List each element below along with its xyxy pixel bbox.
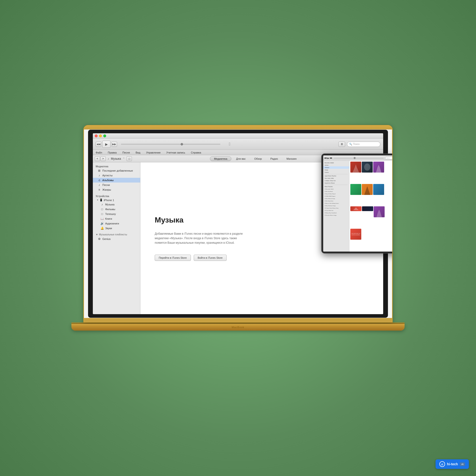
genius-label: Genius bbox=[102, 238, 111, 240]
iphone-label: iPhone 1 bbox=[104, 199, 114, 202]
search-box[interactable]: 🔍 Поиск bbox=[347, 142, 380, 147]
sidebar-item-tvshows[interactable]: □ Телешоу bbox=[93, 212, 140, 216]
playlists-section[interactable]: ▼ Музыкальные плейлисты bbox=[93, 233, 140, 237]
ipad-sidebar-playlist-gym[interactable]: ⊙ Gym Work Out bbox=[323, 209, 349, 212]
album-thumb-4[interactable] bbox=[350, 184, 361, 195]
songs-label: Песни bbox=[102, 184, 110, 186]
nav-arrows: < > bbox=[95, 156, 106, 161]
signin-store-button[interactable]: Войти в iTunes Store bbox=[194, 255, 227, 261]
sidebar-item-iphone[interactable]: ▼ 📱 iPhone 1 bbox=[93, 198, 140, 202]
sidebar-item-audiobooks[interactable]: 🔊 Аудиокниги bbox=[93, 221, 140, 226]
ipad-sidebar-playlist-2000s[interactable]: ⊙ 2000s R&B Singers bbox=[323, 195, 349, 197]
recently-added-label: Последние добавленные bbox=[102, 169, 133, 172]
minimize-button[interactable] bbox=[99, 135, 102, 137]
album-art-3 bbox=[373, 162, 384, 172]
content-buttons: Перейти в iTunes Store Войти в iTunes St… bbox=[155, 255, 227, 261]
ipad-sidebar-playlist1[interactable]: New Artist: Indie bbox=[323, 177, 349, 179]
maximize-button[interactable] bbox=[103, 135, 106, 137]
tab-for-you[interactable]: Для вас bbox=[232, 157, 249, 161]
sidebar-item-sounds[interactable]: 🔔 Звуки bbox=[93, 226, 140, 231]
ipad-sidebar-artists[interactable]: Artists bbox=[323, 164, 349, 166]
ipad-sidebar-playlist-stones[interactable]: ⊙ Best of The Rolling Stones bbox=[323, 202, 349, 204]
iphone-expand-icon: ▼ bbox=[97, 199, 99, 201]
goto-store-button[interactable]: Перейти в iTunes Store bbox=[155, 255, 191, 261]
sidebar-item-albums[interactable]: ♫ Альбомы bbox=[93, 178, 140, 183]
ipad-sidebar-playlist-dinner[interactable]: ⊙ Classic Rock Dinner Party bbox=[323, 207, 349, 209]
tab-store[interactable]: Магазин bbox=[283, 157, 300, 161]
sidebar-item-genius[interactable]: ⚙ Genius bbox=[93, 237, 140, 241]
menu-file[interactable]: Файл bbox=[95, 151, 103, 154]
tab-browse[interactable]: Обзор bbox=[250, 157, 266, 161]
menu-song[interactable]: Песня bbox=[121, 151, 131, 154]
breadcrumb-dropdown[interactable]: ⌃ bbox=[123, 157, 125, 160]
ipad-sidebar-playlist-ra[interactable]: ⊙ Recently Added bbox=[323, 188, 349, 190]
prev-button[interactable]: ◀◀ bbox=[96, 142, 102, 147]
ipad-sidebar-playlist-movie[interactable]: ⊙ Favorite Movie Songs bbox=[323, 214, 349, 216]
sidebar-item-artists[interactable]: ♪ Артисты bbox=[93, 173, 140, 178]
sidebar-item-books[interactable]: 📖 Книги bbox=[93, 216, 140, 221]
menu-account[interactable]: Учетная запись bbox=[165, 151, 186, 154]
ipad-sidebar-music-playlists[interactable]: Music Playlists bbox=[323, 186, 349, 188]
album-thumb-7[interactable] bbox=[374, 206, 385, 217]
ipad-sidebar-playlist2[interactable]: Coldplay: Deep Cuts bbox=[323, 179, 349, 182]
album-thumb-3[interactable] bbox=[373, 162, 384, 172]
ipad-sidebar-playlist-glam[interactable]: ⊙ 60s Glam Rock bbox=[323, 200, 349, 202]
album-thumb-2[interactable] bbox=[362, 162, 373, 172]
ipad-sidebar-genres[interactable]: Genres bbox=[323, 171, 349, 173]
playlists-section-title: Музыкальные плейлисты bbox=[99, 233, 127, 236]
ipad-sidebar-songs[interactable]: Songs bbox=[323, 169, 349, 171]
sidebar-item-recently-added[interactable]: ⊞ Последние добавленные bbox=[93, 168, 140, 173]
ipad-toolbar: ◀◀ ▶ ▶▶ Music bbox=[323, 155, 393, 161]
ipad-sidebar-recently-added[interactable]: Recently Added bbox=[323, 162, 349, 164]
macbook-base: MacBook bbox=[71, 324, 405, 331]
ipad-sidebar-playlist-rainy[interactable]: ⊙ Rainy Day Soundtrack bbox=[323, 212, 349, 214]
album-thumb-1[interactable] bbox=[350, 162, 361, 172]
sounds-label: Звуки bbox=[105, 227, 112, 230]
music-icon: ♪ bbox=[108, 157, 109, 160]
artists-label: Артисты bbox=[102, 174, 113, 177]
sidebar-item-music[interactable]: ♪ Музыка bbox=[93, 202, 140, 207]
progress-bar[interactable] bbox=[121, 144, 221, 145]
albums-label: Альбомы bbox=[102, 179, 114, 182]
ipad-sidebar-playlist-60spol[interactable]: ⊙ 60s Political Songs bbox=[323, 197, 349, 200]
hitech-text: hi-tech bbox=[447, 462, 458, 466]
album-thumb-5[interactable] bbox=[362, 184, 373, 195]
play-button[interactable]: ▶ bbox=[102, 141, 110, 148]
ipad-album-grid: MUMFORD & SONS BABEL bbox=[349, 161, 393, 252]
search-placeholder: Поиск bbox=[353, 143, 360, 145]
devices-section-title: Устройства bbox=[93, 194, 140, 198]
sidebar-item-songs[interactable]: ♪ Песни bbox=[93, 183, 140, 187]
tab-radio[interactable]: Радио bbox=[267, 157, 282, 161]
device-button[interactable]: □ bbox=[127, 156, 132, 161]
hitech-badge[interactable]: @ hi-tech vk bbox=[436, 459, 469, 469]
hitech-vk-button[interactable]: vk bbox=[460, 462, 465, 466]
tab-library[interactable]: Медиатека bbox=[210, 156, 231, 161]
tvshows-label: Телешоу bbox=[105, 213, 116, 215]
sidebar-item-genres[interactable]: ≡ Жанры bbox=[93, 187, 140, 192]
menu-edit[interactable]: Правка bbox=[107, 151, 118, 154]
menu-help[interactable]: Справка bbox=[190, 151, 202, 154]
ipad-sidebar-playlist3[interactable]: Inspired by Weezer bbox=[323, 182, 349, 184]
next-button[interactable]: ▶▶ bbox=[111, 142, 117, 147]
ipad-sidebar-playlist-workout[interactable]: ⊙ Best Workout Songs bbox=[323, 204, 349, 207]
menu-view[interactable]: Вид bbox=[135, 151, 141, 154]
genres-label: Жанры bbox=[102, 188, 111, 191]
forward-button[interactable]: > bbox=[101, 156, 106, 161]
menu-controls[interactable]: Управление bbox=[145, 151, 162, 154]
back-button[interactable]: < bbox=[95, 156, 100, 161]
movies-icon: □ bbox=[101, 207, 104, 211]
album-thumb-6[interactable] bbox=[373, 184, 384, 195]
ipad-sidebar-albums[interactable]: Albums bbox=[323, 166, 349, 169]
ipad-sidebar-playlist-top25[interactable]: ⊙ Top 25 Most Played bbox=[323, 192, 349, 195]
ipad-sidebar-apple-music[interactable]: Apple Music Playlists bbox=[323, 175, 349, 177]
sidebar: Медиатека ⊞ Последние добавленные ♪ Арти… bbox=[93, 162, 140, 314]
sidebar-item-movies[interactable]: □ Фильмы bbox=[93, 207, 140, 212]
apple-logo-icon:  bbox=[229, 142, 231, 147]
ipad-sidebar-playlist-mytr[interactable]: ⊙ My Top Rated bbox=[323, 190, 349, 192]
ipad-device: ◀◀ ▶ ▶▶ Music Recently Added Artist bbox=[321, 153, 393, 254]
view-toggle-button[interactable]: ☰ bbox=[339, 142, 345, 147]
tvshows-icon: □ bbox=[101, 212, 104, 216]
artists-icon: ♪ bbox=[98, 174, 101, 177]
close-button[interactable] bbox=[95, 135, 98, 137]
album-art-1 bbox=[350, 162, 361, 172]
